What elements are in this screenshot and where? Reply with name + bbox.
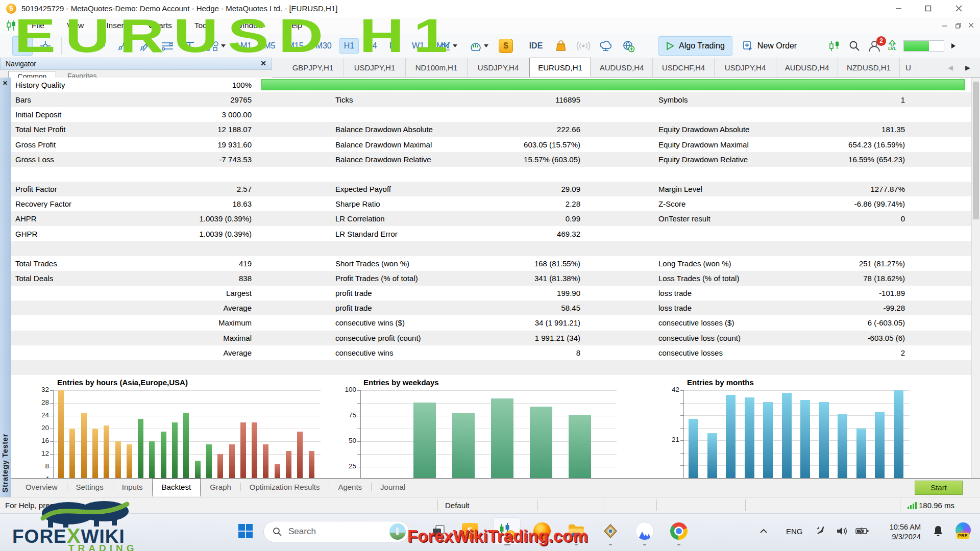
- chart-gridline: [683, 403, 910, 404]
- tester-tab-agents[interactable]: Agents: [329, 480, 371, 495]
- windows-start-button[interactable]: [236, 521, 255, 541]
- child-close-button[interactable]: [965, 19, 978, 32]
- tester-tab-journal[interactable]: Journal: [371, 480, 414, 495]
- chart-tab-overflow[interactable]: U: [900, 58, 917, 77]
- cloud-icon[interactable]: [596, 37, 616, 55]
- market-bag-icon[interactable]: [551, 37, 571, 55]
- chart-bar-asia: [127, 444, 132, 478]
- status-latency: 180.96 ms: [919, 497, 954, 513]
- taskbar-search-box[interactable]: Search: [263, 521, 409, 542]
- minimize-button[interactable]: [886, 0, 911, 16]
- tester-tab-inputs[interactable]: Inputs: [113, 480, 152, 495]
- chart-y-axis: [360, 390, 361, 478]
- airplane-mode-icon[interactable]: [816, 521, 828, 541]
- community-icon[interactable]: [619, 37, 638, 55]
- chart-bar-entries: [763, 402, 773, 478]
- battery-icon[interactable]: [855, 521, 869, 541]
- table-row: Total Net Profit12 188.07Balance Drawdow…: [11, 122, 971, 137]
- chart-tab-audusdh4[interactable]: AUDUSD,H4: [591, 58, 653, 77]
- watermark-forexwiki-url: ForexWikiTrading.com: [407, 527, 588, 546]
- chart-tab-audusdh4[interactable]: AUDUSD,H4: [776, 58, 838, 77]
- stat-value: 12 188.07: [88, 122, 252, 137]
- scrollbar-thumb[interactable]: [973, 82, 979, 219]
- stat-value: 341 (81.38%): [414, 271, 580, 286]
- stat-value: 15.57% (603.05): [414, 152, 580, 167]
- stat-value: 222.66: [414, 122, 580, 137]
- chart-y-label: 16: [27, 437, 49, 444]
- chrome-icon[interactable]: [669, 521, 689, 541]
- copilot-icon[interactable]: PRE: [955, 522, 971, 538]
- table-scrollbar[interactable]: [971, 78, 980, 478]
- chart-bar-entries: [530, 407, 552, 478]
- stat-value: 19 931.60: [88, 137, 252, 152]
- tray-language[interactable]: ENG: [786, 521, 803, 541]
- start-button[interactable]: Start: [915, 481, 963, 495]
- search-icon[interactable]: [848, 40, 861, 52]
- navigator-tab-favorites[interactable]: Favorites: [67, 72, 97, 78]
- stat-value: 419: [88, 256, 252, 271]
- notification-bell-icon[interactable]: [932, 521, 944, 541]
- volume-icon[interactable]: [836, 521, 848, 541]
- stat-value: Average: [88, 345, 252, 360]
- close-button[interactable]: [946, 0, 971, 16]
- stat-value: 603.05 (15.57%): [414, 137, 580, 152]
- deposit-icon[interactable]: $: [496, 37, 516, 55]
- stat-value: 838: [88, 271, 252, 286]
- ebook-app-icon[interactable]: [601, 521, 620, 541]
- watermark-eurusd-h1: EURUSD H1: [14, 9, 457, 63]
- connection-progress-bar: [903, 40, 944, 52]
- chart-y-label: 21: [657, 436, 679, 443]
- bing-daily-image-icon[interactable]: [389, 523, 406, 540]
- tester-close-icon[interactable]: ✕: [3, 80, 8, 87]
- chart-bar-europe: [172, 422, 178, 479]
- stat-value: Maximal: [88, 331, 252, 345]
- chart-bar-usa: [263, 444, 268, 478]
- chart-tab-eurusdh1[interactable]: EURUSD,H1: [529, 58, 591, 77]
- chart-y-label: 100: [334, 386, 356, 393]
- stat-value: 116895: [414, 92, 580, 107]
- chart-bar-europe: [195, 461, 201, 479]
- stat-value: Largest: [88, 286, 252, 300]
- chart-bar-entries: [689, 419, 698, 478]
- chart-bar-usa: [297, 432, 303, 478]
- tester-tab-settings[interactable]: Settings: [67, 480, 113, 495]
- stat-value: 2: [741, 345, 905, 360]
- chart-tab-nzdusdh1[interactable]: NZDUSD,H1: [838, 58, 900, 77]
- status-profile[interactable]: Default: [445, 497, 470, 513]
- algo-trading-button[interactable]: Algo Trading: [658, 36, 732, 56]
- tester-tab-optimization-results[interactable]: Optimization Results: [240, 480, 329, 495]
- child-minimize-button[interactable]: [938, 19, 951, 32]
- chart-tab-usdjpyh4[interactable]: USDJPY,H4: [468, 58, 529, 77]
- tester-tab-graph[interactable]: Graph: [201, 480, 240, 495]
- chart-tab-usdchfh4[interactable]: USDCHF,H4: [653, 58, 715, 77]
- chart-bar-usa: [275, 464, 280, 478]
- tester-candles-icon[interactable]: [828, 40, 841, 52]
- chart-bar-europe: [149, 441, 155, 478]
- tabs-scroll-left-icon[interactable]: ◀: [948, 64, 953, 71]
- ide-button[interactable]: IDE: [524, 37, 548, 55]
- child-restore-button[interactable]: [951, 19, 965, 32]
- stat-value: 168 (81.55%): [414, 256, 580, 271]
- table-row: Total Deals838Profit Trades (% of total)…: [11, 271, 971, 286]
- toolbar-overflow-arrow-icon[interactable]: [951, 43, 955, 48]
- chart-bar-asia: [81, 413, 87, 478]
- tabs-scroll-right-icon[interactable]: ▶: [965, 64, 970, 71]
- table-row: AHPR1.0039 (0.39%)LR Correlation0.99OnTe…: [11, 211, 971, 226]
- user-notifications-icon[interactable]: 2: [868, 39, 881, 53]
- signals-icon[interactable]: [574, 37, 593, 55]
- market-watch-icon[interactable]: [464, 37, 493, 55]
- new-order-button[interactable]: New Order: [736, 37, 804, 55]
- stat-value: 6 (-603.05): [741, 315, 905, 330]
- tester-tab-overview[interactable]: Overview: [16, 480, 67, 495]
- table-row: Bars29765Ticks116895Symbols1: [11, 92, 971, 107]
- tray-clock[interactable]: 10:56 AM 9/3/2024: [874, 522, 921, 542]
- lvl-icon[interactable]: LVL: [888, 40, 896, 51]
- tester-tab-backtest[interactable]: Backtest: [152, 479, 201, 496]
- chart-tab-usdjpyh4[interactable]: USDJPY,H4: [715, 58, 776, 77]
- chart-title: Entries by hours (Asia,Europe,USA): [57, 378, 188, 387]
- tray-chevron-icon[interactable]: [760, 521, 768, 541]
- stat-value: 654.23 (16.59%): [741, 137, 905, 152]
- restore-button[interactable]: [915, 0, 941, 16]
- navigator-tab-common[interactable]: Common: [8, 71, 56, 78]
- nordvpn-icon[interactable]: [635, 521, 654, 541]
